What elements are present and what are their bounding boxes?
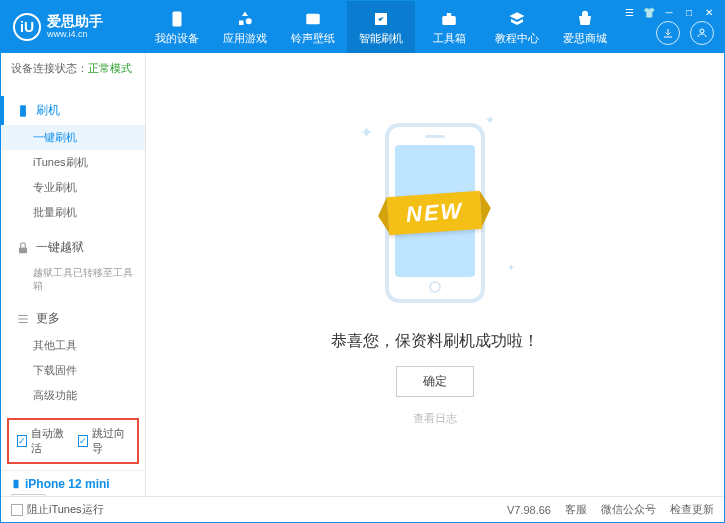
logo: iU 爱思助手 www.i4.cn: [13, 13, 143, 41]
app-url: www.i4.cn: [47, 30, 103, 40]
sidebar-head-flash[interactable]: 刷机: [1, 96, 145, 125]
sparkle-icon: ✦: [507, 262, 515, 273]
svg-rect-1: [306, 13, 320, 24]
nav-ringtones[interactable]: 铃声壁纸: [279, 1, 347, 53]
wallpaper-icon: [303, 9, 323, 29]
sidebar-head-jailbreak[interactable]: 一键越狱: [1, 233, 145, 262]
sidebar-item-batch-flash[interactable]: 批量刷机: [1, 200, 145, 225]
user-button[interactable]: [690, 21, 714, 45]
svg-rect-0: [173, 11, 182, 26]
sidebar-head-label: 刷机: [36, 102, 60, 119]
sidebar-item-itunes-flash[interactable]: iTunes刷机: [1, 150, 145, 175]
nav-store[interactable]: 爱思商城: [551, 1, 619, 53]
sidebar-head-label: 一键越狱: [36, 239, 84, 256]
sidebar: 设备连接状态：正常模式 刷机 一键刷机 iTunes刷机 专业刷机 批量刷机 一…: [1, 53, 146, 496]
nav-label: 我的设备: [155, 31, 199, 46]
phone-icon: [167, 9, 187, 29]
sidebar-item-pro-flash[interactable]: 专业刷机: [1, 175, 145, 200]
group-jailbreak: 一键越狱 越狱工具已转移至工具箱: [1, 229, 145, 300]
toolbox-icon: [439, 9, 459, 29]
checkbox-icon: [11, 504, 23, 516]
footer-left: 阻止iTunes运行: [11, 502, 104, 517]
checkbox-label: 阻止iTunes运行: [27, 502, 104, 517]
app-title: 爱思助手: [47, 14, 103, 29]
sparkle-icon: ✦: [360, 123, 373, 142]
check-icon: ✓: [17, 435, 27, 447]
jailbreak-note: 越狱工具已转移至工具箱: [1, 262, 145, 296]
sidebar-item-advanced[interactable]: 高级功能: [1, 383, 145, 408]
nav-tutorials[interactable]: 教程中心: [483, 1, 551, 53]
nav-label: 教程中心: [495, 31, 539, 46]
check-update-link[interactable]: 检查更新: [670, 502, 714, 517]
sidebar-head-label: 更多: [36, 310, 60, 327]
sidebar-head-more[interactable]: 更多: [1, 304, 145, 333]
svg-point-4: [700, 29, 704, 33]
nav-label: 工具箱: [433, 31, 466, 46]
sparkle-icon: ✦: [485, 113, 495, 127]
apps-icon: [235, 9, 255, 29]
nav-toolbox[interactable]: 工具箱: [415, 1, 483, 53]
sidebar-item-download-firmware[interactable]: 下载固件: [1, 358, 145, 383]
nav-apps-games[interactable]: 应用游戏: [211, 1, 279, 53]
lock-icon: [16, 241, 30, 255]
version-label: V7.98.66: [507, 504, 551, 516]
device-name-text: iPhone 12 mini: [25, 477, 110, 491]
nav-smart-flash[interactable]: 智能刷机: [347, 1, 415, 53]
device-info[interactable]: iPhone 12 mini 64GB Down-12mini-13,1: [1, 470, 145, 496]
main-nav: 我的设备 应用游戏 铃声壁纸 智能刷机 工具箱 教程中心: [143, 1, 619, 53]
nav-my-device[interactable]: 我的设备: [143, 1, 211, 53]
maximize-button[interactable]: □: [682, 5, 696, 19]
footer-right: V7.98.66 客服 微信公众号 检查更新: [507, 502, 714, 517]
checkbox-block-itunes[interactable]: 阻止iTunes运行: [11, 502, 104, 517]
flash-icon: [371, 9, 391, 29]
customer-service-link[interactable]: 客服: [565, 502, 587, 517]
nav-label: 铃声壁纸: [291, 31, 335, 46]
view-log-link[interactable]: 查看日志: [413, 411, 457, 426]
checkbox-skip-guide[interactable]: ✓ 跳过向导: [78, 426, 129, 456]
success-message: 恭喜您，保资料刷机成功啦！: [331, 331, 539, 352]
titlebar: iU 爱思助手 www.i4.cn 我的设备 应用游戏 铃声壁纸 智能刷机: [1, 1, 724, 53]
svg-rect-3: [447, 13, 452, 16]
statusbar: 阻止iTunes运行 V7.98.66 客服 微信公众号 检查更新: [1, 496, 724, 522]
body: 设备连接状态：正常模式 刷机 一键刷机 iTunes刷机 专业刷机 批量刷机 一…: [1, 53, 724, 496]
skin-icon[interactable]: 👕: [642, 5, 656, 19]
minimize-button[interactable]: ─: [662, 5, 676, 19]
tutorial-icon: [507, 9, 527, 29]
phone-icon: [11, 477, 21, 491]
nav-label: 应用游戏: [223, 31, 267, 46]
status-value: 正常模式: [88, 62, 132, 74]
svg-rect-7: [14, 480, 19, 488]
svg-rect-6: [19, 247, 27, 253]
main-content: ✦ ✦ ✦ NEW 恭喜您，保资料刷机成功啦！ 确定 查看日志: [146, 53, 724, 496]
ok-button[interactable]: 确定: [396, 366, 474, 397]
checkbox-label: 跳过向导: [92, 426, 129, 456]
nav-label: 爱思商城: [563, 31, 607, 46]
connection-status: 设备连接状态：正常模式: [1, 53, 145, 84]
svg-rect-2: [442, 16, 456, 25]
titlebar-aux: [656, 21, 714, 45]
store-icon: [575, 9, 595, 29]
menu-icon[interactable]: ☰: [622, 5, 636, 19]
device-name: iPhone 12 mini: [11, 477, 135, 491]
window-controls: ☰ 👕 ─ □ ✕: [622, 5, 716, 19]
option-checkboxes: ✓ 自动激活 ✓ 跳过向导: [7, 418, 139, 464]
app-window: iU 爱思助手 www.i4.cn 我的设备 应用游戏 铃声壁纸 智能刷机: [0, 0, 725, 523]
logo-icon: iU: [13, 13, 41, 41]
success-illustration: ✦ ✦ ✦ NEW: [355, 113, 515, 313]
check-icon: ✓: [78, 435, 88, 447]
nav-label: 智能刷机: [359, 31, 403, 46]
menu-icon: [16, 312, 30, 326]
phone-icon: [16, 104, 30, 118]
group-more: 更多 其他工具 下载固件 高级功能: [1, 300, 145, 412]
checkbox-label: 自动激活: [31, 426, 68, 456]
group-flash: 刷机 一键刷机 iTunes刷机 专业刷机 批量刷机: [1, 92, 145, 229]
download-button[interactable]: [656, 21, 680, 45]
checkbox-auto-activate[interactable]: ✓ 自动激活: [17, 426, 68, 456]
sidebar-item-other-tools[interactable]: 其他工具: [1, 333, 145, 358]
sidebar-item-oneclick-flash[interactable]: 一键刷机: [1, 125, 145, 150]
status-label: 设备连接状态：: [11, 62, 88, 74]
wechat-link[interactable]: 微信公众号: [601, 502, 656, 517]
close-button[interactable]: ✕: [702, 5, 716, 19]
new-ribbon: NEW: [387, 191, 483, 235]
svg-rect-5: [20, 105, 26, 117]
